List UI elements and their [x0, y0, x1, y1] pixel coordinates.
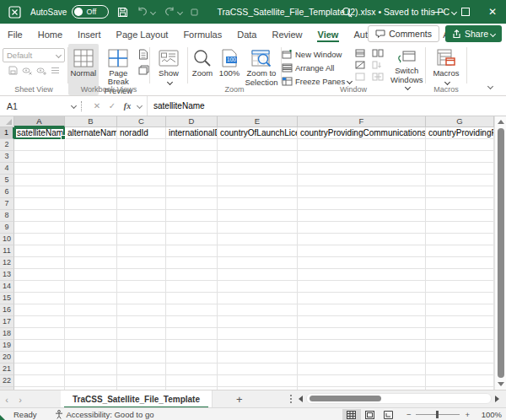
cell-D22[interactable]	[166, 375, 218, 387]
tab-home[interactable]: Home	[30, 26, 70, 42]
cell-E16[interactable]	[218, 304, 298, 316]
cell-E3[interactable]	[218, 151, 298, 163]
comments-button[interactable]: Comments	[368, 25, 439, 42]
cell-C13[interactable]	[117, 269, 166, 281]
cell-C4[interactable]	[117, 163, 166, 175]
cell-E21[interactable]	[218, 363, 298, 375]
cell-B11[interactable]	[65, 245, 117, 257]
cell-A17[interactable]	[14, 316, 65, 328]
cell-D2[interactable]	[166, 139, 218, 151]
cell-G9[interactable]	[426, 222, 494, 234]
cell-A5[interactable]	[14, 175, 65, 186]
cell-B8[interactable]	[65, 210, 117, 222]
cell-G19[interactable]	[426, 340, 494, 352]
cell-C19[interactable]	[117, 340, 166, 352]
cell-A1[interactable]: satelliteName	[14, 127, 65, 139]
column-header-D[interactable]: D	[166, 116, 218, 127]
cell-B19[interactable]	[65, 340, 117, 352]
zoom-out-icon[interactable]: −	[406, 410, 412, 419]
zoom-in-icon[interactable]: +	[465, 410, 470, 419]
view-page-break-button[interactable]	[380, 409, 398, 420]
cell-D1[interactable]: internationalDe	[166, 127, 218, 139]
cell-D15[interactable]	[166, 293, 218, 304]
row-header-11[interactable]: 11	[0, 245, 14, 257]
cell-G15[interactable]	[426, 293, 494, 304]
zoom-percentage[interactable]: 100%	[476, 410, 502, 419]
redo-button[interactable]	[164, 7, 182, 17]
cell-G3[interactable]	[426, 151, 494, 163]
synchronous-scrolling-icon[interactable]	[372, 61, 389, 69]
row-header-17[interactable]: 17	[0, 316, 14, 328]
cell-E10[interactable]	[218, 234, 298, 245]
row-header-10[interactable]: 10	[0, 234, 14, 245]
column-header-E[interactable]: E	[218, 116, 298, 127]
row-header-16[interactable]: 16	[0, 304, 14, 316]
select-all-corner[interactable]	[0, 116, 14, 127]
undo-button[interactable]	[137, 7, 155, 17]
cell-D6[interactable]	[166, 186, 218, 198]
cell-C3[interactable]	[117, 151, 166, 163]
cell-G2[interactable]	[426, 139, 494, 151]
cell-D4[interactable]	[166, 163, 218, 175]
cell-E1[interactable]: countryOfLaunchLicens	[218, 127, 298, 139]
column-header-B[interactable]: B	[65, 116, 117, 127]
cell-F3[interactable]	[298, 151, 426, 163]
cell-F4[interactable]	[298, 163, 426, 175]
name-box[interactable]: A1	[0, 96, 81, 116]
cell-E5[interactable]	[218, 175, 298, 186]
cell-E2[interactable]	[218, 139, 298, 151]
cell-F17[interactable]	[298, 316, 426, 328]
fx-dropdown-icon[interactable]	[137, 103, 143, 109]
cell-B4[interactable]	[65, 163, 117, 175]
reset-window-position-icon[interactable]	[372, 73, 389, 81]
maximize-button[interactable]	[452, 0, 479, 24]
cell-D17[interactable]	[166, 316, 218, 328]
cell-F21[interactable]	[298, 363, 426, 375]
cell-D13[interactable]	[166, 269, 218, 281]
horizontal-scrollbar[interactable]	[290, 393, 499, 404]
cell-G14[interactable]	[426, 281, 494, 293]
cell-D9[interactable]	[166, 222, 218, 234]
cell-F11[interactable]	[298, 245, 426, 257]
cell-A7[interactable]	[14, 198, 65, 210]
cell-F2[interactable]	[298, 139, 426, 151]
cell-A14[interactable]	[14, 281, 65, 293]
scroll-up-icon[interactable]	[498, 120, 504, 124]
row-header-7[interactable]: 7	[0, 198, 14, 210]
cell-D3[interactable]	[166, 151, 218, 163]
cell-E4[interactable]	[218, 163, 298, 175]
cell-A22[interactable]	[14, 375, 65, 387]
cell-E17[interactable]	[218, 316, 298, 328]
row-header-18[interactable]: 18	[0, 328, 14, 340]
tab-view[interactable]: View	[310, 26, 347, 42]
cell-G17[interactable]	[426, 316, 494, 328]
row-header-9[interactable]: 9	[0, 222, 14, 234]
cell-C6[interactable]	[117, 186, 166, 198]
cell-A16[interactable]	[14, 304, 65, 316]
cell-C22[interactable]	[117, 375, 166, 387]
cell-B16[interactable]	[65, 304, 117, 316]
row-header-3[interactable]: 3	[0, 151, 14, 163]
new-sheet-button[interactable]: +	[236, 393, 243, 406]
cell-C12[interactable]	[117, 257, 166, 269]
cell-A11[interactable]	[14, 245, 65, 257]
view-page-layout-button[interactable]	[361, 409, 380, 420]
cell-C16[interactable]	[117, 304, 166, 316]
view-normal-button[interactable]	[342, 409, 361, 420]
cell-E7[interactable]	[218, 198, 298, 210]
hide-window-icon[interactable]	[355, 61, 369, 69]
cell-A20[interactable]	[14, 352, 65, 363]
cell-B6[interactable]	[65, 186, 117, 198]
row-header-21[interactable]: 21	[0, 363, 14, 375]
row-header-15[interactable]: 15	[0, 293, 14, 304]
cell-G20[interactable]	[426, 352, 494, 363]
close-button[interactable]: ✕	[479, 0, 506, 24]
cell-B13[interactable]	[65, 269, 117, 281]
tab-file[interactable]: File	[0, 26, 30, 42]
cell-G18[interactable]	[426, 328, 494, 340]
new-sheet-view-icon[interactable]	[36, 66, 46, 75]
cell-E8[interactable]	[218, 210, 298, 222]
cell-G8[interactable]	[426, 210, 494, 222]
cell-D10[interactable]	[166, 234, 218, 245]
cancel-icon[interactable]: ✕	[89, 101, 105, 110]
